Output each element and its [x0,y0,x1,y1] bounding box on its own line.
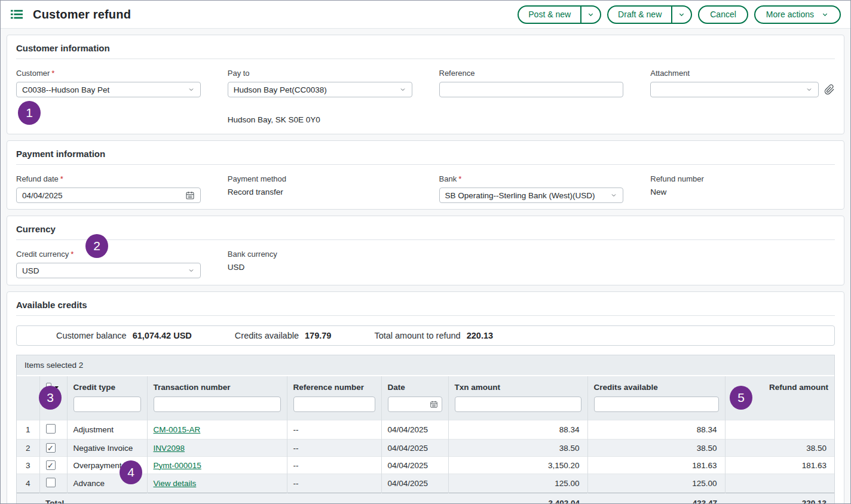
step-badge-5: 5 [730,386,752,410]
transaction-link[interactable]: View details [154,479,197,488]
col-txn-amount: Txn amount [455,383,501,392]
cancel-label: Cancel [710,10,736,19]
row-checkbox[interactable] [46,478,56,487]
credits-table-body: 1AdjustmentCM-0015-AR--04/04/202588.3488… [17,420,834,493]
chevron-down-icon [610,192,617,199]
row-checkbox[interactable]: ✓ [46,443,56,453]
date-filter[interactable] [388,397,442,412]
row-checkbox-cell: ✓ [39,457,67,474]
pay-to-label: Pay to [228,69,412,78]
credit-currency-select[interactable]: USD [16,263,201,278]
credits-available-cell: 125.00 [587,474,725,493]
transaction-link[interactable]: Pymt-000015 [154,461,201,470]
customer-information-section: 1 Customer information Customer* C0038--… [7,35,844,134]
reference-number-cell: -- [287,474,381,493]
paperclip-icon[interactable] [824,84,835,95]
more-actions-button[interactable]: More actions [754,5,841,24]
credits-available-cell: 181.63 [587,457,725,474]
reference-label: Reference [439,69,624,78]
refund-date-field: Refund date* 04/04/2025 [16,174,201,203]
credits-available-label: Credits available [235,331,299,340]
transaction-number-cell: Pymt-000015 [147,457,287,474]
total-refund-amount: 220.13 [725,493,834,504]
step-badge-2: 2 [85,234,108,258]
credit-type-cell: Negative Invoice [67,440,147,457]
customer-select[interactable]: C0038--Hudson Bay Pet [16,82,201,97]
calendar-icon[interactable] [185,190,195,200]
reference-number-filter[interactable] [293,397,375,412]
col-refund-amount: Refund amount [769,383,828,392]
credit-currency-value: USD [22,266,39,275]
attachment-select[interactable] [650,82,819,97]
transaction-link[interactable]: INV2098 [154,444,185,453]
section-title: Payment information [16,149,835,159]
transaction-number-filter[interactable] [154,397,281,412]
payment-method-field: Payment method Record transfer [228,174,412,203]
credit-type-filter[interactable] [74,397,141,412]
chevron-down-icon [188,267,195,274]
total-txn-amount: 3,402.04 [448,493,587,504]
chevron-down-icon [806,86,813,93]
refund-number-value: New [650,188,835,196]
row-checkbox-cell: ✓ [39,440,67,457]
total-refund-value: 220.13 [467,331,493,340]
txn-amount-cell: 125.00 [448,474,587,493]
pay-to-select[interactable]: Hudson Bay Pet(CC0038) [228,82,412,97]
list-menu-icon[interactable] [10,8,23,20]
draft-and-new-button[interactable]: Draft & new [607,5,692,24]
required-asterisk: * [60,174,63,183]
transaction-number-cell: View details [147,474,287,493]
row-number: 4 [17,474,39,493]
chevron-down-icon [821,11,829,19]
refund-date-value: 04/04/2025 [22,191,63,200]
row-checkbox[interactable] [46,424,56,434]
reference-input[interactable] [439,82,624,97]
date-cell: 04/04/2025 [381,474,448,493]
txn-amount-filter[interactable] [455,397,581,412]
bank-value: SB Operating--Sterling Bank (West)(USD) [445,191,595,200]
credits-available-filter[interactable] [594,397,719,412]
calendar-icon[interactable] [430,400,438,408]
row-checkbox[interactable]: ✓ [46,460,56,470]
row-number: 2 [17,440,39,457]
total-credits-available: 433.47 [587,493,725,504]
chevron-down-icon [678,11,685,19]
customer-refund-page: Customer refund Post & new Draft & new C… [0,0,851,504]
credits-available-cell: 88.34 [587,420,725,440]
draft-and-new-dropdown[interactable] [671,7,691,23]
date-cell: 04/04/2025 [381,457,448,474]
attachment-label: Attachment [650,69,835,78]
bank-label: Bank [439,174,457,183]
refund-number-label: Refund number [650,174,835,183]
table-row: 2✓Negative InvoiceINV2098--04/04/202538.… [17,440,834,457]
post-and-new-dropdown[interactable] [580,7,600,23]
refund-date-input[interactable]: 04/04/2025 [16,188,201,203]
chevron-down-icon [188,86,195,93]
refund-amount-cell: 181.63 [725,457,834,474]
post-and-new-label[interactable]: Post & new [519,7,580,23]
transaction-link[interactable]: CM-0015-AR [154,425,201,434]
section-title: Currency [16,224,835,234]
draft-and-new-label[interactable]: Draft & new [608,7,671,23]
customer-balance-label: Customer balance [56,331,127,340]
customer-balance-value: 61,074.42 USD [133,331,192,340]
reference-number-cell: -- [287,420,381,440]
pay-to-address: Hudson Bay, SK S0E 0Y0 [228,115,412,124]
chevron-down-icon [587,11,595,19]
col-transaction-number: Transaction number [154,383,231,392]
step-badge-3: 3 [39,386,62,410]
total-refund-label: Total amount to refund [374,331,460,340]
section-title: Available credits [16,300,835,310]
top-bar: Customer refund Post & new Draft & new C… [1,1,850,29]
cancel-button[interactable]: Cancel [698,5,748,24]
bank-select[interactable]: SB Operating--Sterling Bank (West)(USD) [439,188,624,203]
payment-information-section: Payment information Refund date* 04/04/2… [7,140,844,210]
refund-amount-cell: 38.50 [725,440,834,457]
post-and-new-button[interactable]: Post & new [518,5,601,24]
reference-number-cell: -- [287,440,381,457]
date-cell: 04/04/2025 [381,440,448,457]
customer-label: Customer [16,69,50,78]
customer-field: Customer* C0038--Hudson Bay Pet [16,69,201,124]
chevron-down-icon [399,86,406,93]
col-credits-available: Credits available [594,383,658,392]
